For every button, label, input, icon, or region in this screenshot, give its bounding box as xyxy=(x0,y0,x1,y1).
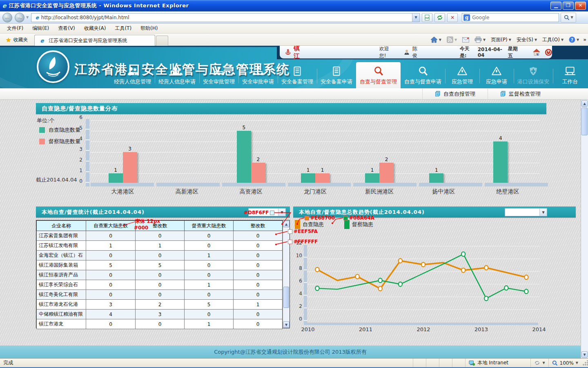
table-row[interactable]: 镇江市港龙0010 xyxy=(37,319,283,329)
company-name-cell: 镇江李长荣综合石 xyxy=(37,280,86,290)
favorites-button[interactable]: ★ 收藏夹 xyxy=(2,35,31,45)
menu-item-4[interactable]: 收藏夹(A) xyxy=(80,24,111,33)
nav-item-10[interactable]: 应急申请 xyxy=(479,64,514,88)
menu-item-1[interactable]: 文件(F) xyxy=(2,24,28,33)
nav-item-11[interactable]: 港口设施保安 xyxy=(514,64,553,88)
page-scroll-thumb[interactable] xyxy=(581,108,588,135)
table-row[interactable]: 金海宏业（镇江）石0010 xyxy=(37,251,283,260)
nav-label: 安全备案管理 xyxy=(281,78,313,85)
line-filter-dropdown-icon[interactable]: ▼ xyxy=(539,209,547,216)
table-scroll-down-icon[interactable]: ▼ xyxy=(283,321,290,328)
bar-legend-item: 自查隐患数量 xyxy=(39,126,80,134)
bar-category-label: 龙门港区 xyxy=(283,188,347,195)
nav-item-3[interactable]: 安全审批管理 xyxy=(199,64,238,88)
close-button[interactable]: ✕ xyxy=(575,2,586,10)
table-scrollbar[interactable]: ▲ ▼ xyxy=(283,220,290,328)
value-cell: 0 xyxy=(234,241,283,251)
table-row[interactable]: 江苏镇江发电有限1100 xyxy=(37,241,283,251)
bar-plot: 1352111214 xyxy=(91,120,540,184)
line-xtick: 2012 xyxy=(415,326,432,332)
safety-menu[interactable]: 安全(S)▼ xyxy=(515,36,538,44)
value-cell: 0 xyxy=(86,290,136,300)
bar-category-label: 高资港区 xyxy=(219,188,283,195)
menu-item-5[interactable]: 工具(T) xyxy=(110,24,136,33)
forward-button[interactable]: → xyxy=(15,13,24,22)
nav-item-1[interactable]: 经营人信息管理 xyxy=(110,64,155,88)
page-scrollbar[interactable]: ▲ ▼ xyxy=(581,100,588,358)
compatibility-view-button[interactable] xyxy=(422,13,432,22)
table-scroll-up-icon[interactable]: ▲ xyxy=(283,221,290,227)
search-input[interactable] xyxy=(472,15,559,20)
address-dropdown-button[interactable]: ▼ xyxy=(412,13,419,22)
stop-button[interactable]: ✕ xyxy=(447,13,458,22)
table-row[interactable]: 镇江港国际集装箱5500 xyxy=(37,260,283,270)
page-scroll-up-icon[interactable]: ▲ xyxy=(581,100,588,107)
table-row[interactable]: 镇江恒泰沥青产品0000 xyxy=(37,270,283,280)
back-button[interactable]: ← xyxy=(2,13,12,22)
submenu-item-1[interactable]: 自查自报管理 xyxy=(422,89,488,99)
feeds-button[interactable]: ▼ xyxy=(445,36,458,44)
status-text: 完成 xyxy=(3,359,13,366)
new-tab-stub[interactable] xyxy=(156,36,168,46)
table-row[interactable]: 中储粮镇江粮油有限4300 xyxy=(37,310,283,319)
bar-value-label: 3 xyxy=(128,146,131,152)
table-row[interactable]: 江苏索普集团有限0000 xyxy=(37,231,283,241)
search-box[interactable]: g xyxy=(462,13,559,22)
logout-icon[interactable] xyxy=(545,48,552,57)
bar-category-label: 高新港区 xyxy=(155,188,219,195)
nav-item-6[interactable]: 安全备案申请 xyxy=(317,64,356,88)
table-row[interactable]: 镇江奇美化工有限0000 xyxy=(37,290,283,300)
print-button[interactable]: ▼ xyxy=(473,36,487,44)
user-strip: 镇江 欢迎您! 陈俊 今天是: 2014-04-04 星期五 xyxy=(280,46,552,58)
table-column-header: 整改数 xyxy=(234,221,283,231)
value-cell: 5 xyxy=(136,260,185,270)
workflow-icon xyxy=(213,66,225,76)
line-legend-swatch-icon xyxy=(344,220,350,229)
nav-item-9[interactable]: 应急管理 xyxy=(445,64,479,88)
value-cell: 0 xyxy=(86,251,136,260)
refresh-button[interactable] xyxy=(434,13,445,22)
search-button[interactable]: ▼ xyxy=(561,13,576,22)
nav-item-2[interactable]: 经营人信息申请 xyxy=(155,64,199,88)
nav-item-8[interactable]: 自查与督查申请 xyxy=(401,64,445,88)
home-button[interactable]: ▼ xyxy=(429,36,443,44)
history-dropdown-icon[interactable]: ▼ xyxy=(26,16,29,19)
search-dropdown-icon[interactable]: ▼ xyxy=(571,16,573,19)
browser-tab[interactable]: e 江苏省港口安全监管与应急管理系统 xyxy=(34,35,155,46)
submenu-item-2[interactable]: 监督检查管理 xyxy=(488,89,553,99)
bar-group: 52 xyxy=(219,120,283,184)
protected-mode-button[interactable]: ▼ xyxy=(530,359,548,367)
page-menu[interactable]: 页面(P)▼ xyxy=(490,36,512,44)
overflow-chevron-icon[interactable]: » xyxy=(583,37,586,43)
bar-panel-title: 自查隐患/督查隐患数量分布 xyxy=(42,105,118,112)
help-button[interactable]: ? ▼ xyxy=(568,36,580,44)
table-row[interactable]: 镇江市港龙石化港3251 xyxy=(37,300,283,310)
nav-item-12[interactable]: 工作台 xyxy=(553,64,587,88)
address-input[interactable]: e http://localhost:8080/yjpt/Main.html ▼ xyxy=(31,13,420,22)
resize-grip[interactable] xyxy=(582,360,588,366)
table-scroll-thumb[interactable] xyxy=(283,287,289,308)
bar-ytick: 2 xyxy=(79,157,82,163)
zoom-control[interactable]: 100% ▼ xyxy=(548,359,581,367)
nav-item-7[interactable]: 自查与督查管理 xyxy=(356,62,401,88)
bar-category-label: 大港港区 xyxy=(91,188,155,195)
mail-button[interactable] xyxy=(461,36,470,43)
bar-value-label: 1 xyxy=(435,167,438,173)
nav-item-4[interactable]: 安全审批申请 xyxy=(238,64,278,88)
table-filter-dropdown-icon[interactable]: ▼ xyxy=(278,209,285,216)
bar-legend-item: 督察隐患数量 xyxy=(39,138,80,145)
home-shortcut-icon[interactable] xyxy=(532,48,541,57)
restore-button[interactable]: ❐ xyxy=(563,2,574,10)
page-scroll-down-icon[interactable]: ▼ xyxy=(581,351,588,358)
menu-item-6[interactable]: 帮助(H) xyxy=(136,24,162,33)
line-filter-select[interactable]: ▼ xyxy=(505,208,547,216)
menu-item-2[interactable]: 编辑(E) xyxy=(28,24,53,33)
table-row[interactable]: 镇江李长荣综合石0010 xyxy=(37,280,283,290)
nav-item-5[interactable]: 安全备案管理 xyxy=(278,64,317,88)
bar-value-label: 5 xyxy=(243,125,246,130)
value-cell: 1 xyxy=(185,280,234,290)
bar-value-label: 1 xyxy=(371,167,374,173)
minimize-button[interactable]: ▁ xyxy=(550,2,561,10)
tools-menu[interactable]: 工具(O)▼ xyxy=(541,36,565,44)
menu-item-3[interactable]: 查看(V) xyxy=(53,24,80,33)
